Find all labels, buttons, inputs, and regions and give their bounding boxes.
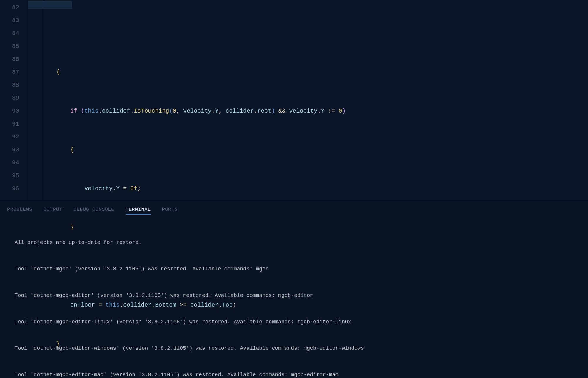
code-line: position.Y += velocity.Y; [28, 376, 588, 378]
code-line: { [28, 66, 588, 79]
line-number: 83 [0, 14, 19, 27]
line-number: 89 [0, 92, 19, 105]
line-number: 96 [0, 182, 19, 195]
line-number: 88 [0, 79, 19, 92]
line-number: 92 [0, 131, 19, 143]
indent-guide [28, 0, 28, 200]
code-line: } [28, 337, 588, 350]
line-number: 95 [0, 169, 19, 182]
code-line: } [28, 221, 588, 234]
line-number: 84 [0, 27, 19, 40]
code-line: onFloor = this.collider.Bottom >= collid… [28, 299, 588, 312]
code-line [28, 260, 588, 273]
line-number: 90 [0, 105, 19, 118]
line-number: 86 [0, 53, 19, 66]
line-number: 93 [0, 143, 19, 156]
line-number: 82 [0, 1, 19, 14]
indent-guide [43, 0, 43, 200]
code-editor[interactable]: 82 83 84 85 86 87 88 89 90 91 92 93 94 9… [0, 0, 588, 200]
line-number: 91 [0, 118, 19, 131]
code-line: if (this.collider.IsTouching(0, velocity… [28, 105, 588, 118]
line-number: 87 [0, 66, 19, 79]
code-line: { [28, 143, 588, 156]
line-number-gutter: 82 83 84 85 86 87 88 89 90 91 92 93 94 9… [0, 0, 28, 200]
selection-highlight [28, 1, 72, 9]
line-number: 94 [0, 156, 19, 169]
code-line: velocity.Y = 0f; [28, 182, 588, 195]
line-number: 85 [0, 40, 19, 53]
code-content[interactable]: { if (this.collider.IsTouching(0, veloci… [28, 0, 588, 200]
